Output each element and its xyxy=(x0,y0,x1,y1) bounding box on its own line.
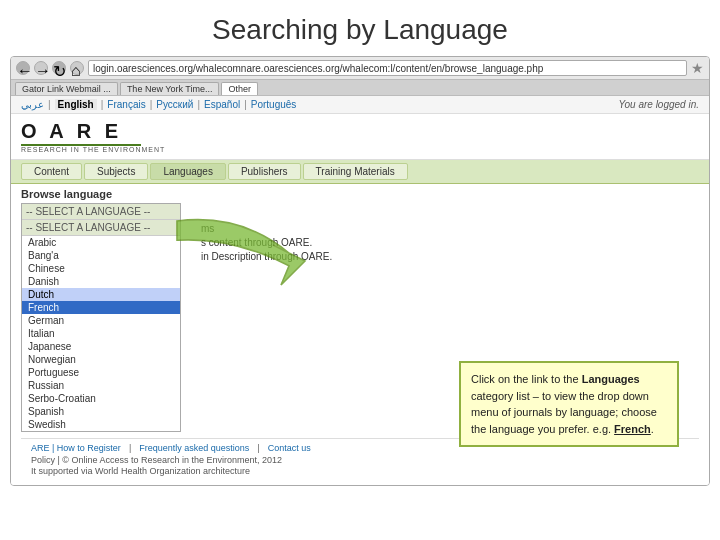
lang-option-banga[interactable]: Bang'a xyxy=(22,249,180,262)
lang-option-dutch[interactable]: Dutch xyxy=(22,288,180,301)
languages-arrow xyxy=(161,203,321,303)
site-header: O A R E RESEARCH IN THE ENVIRONMENT xyxy=(11,114,709,160)
lang-option-german[interactable]: German xyxy=(22,314,180,327)
oare-logo: O A R E RESEARCH IN THE ENVIRONMENT xyxy=(21,120,165,153)
tab-gatorlink[interactable]: Gator Link Webmail ... xyxy=(15,82,118,95)
nav-publishers[interactable]: Publishers xyxy=(228,163,301,180)
lang-links: عربي | English | Français | Русский | Es… xyxy=(21,99,296,110)
lang-sep-5: | xyxy=(244,99,247,110)
nav-subjects[interactable]: Subjects xyxy=(84,163,148,180)
lang-arabic[interactable]: عربي xyxy=(21,99,44,110)
language-bar: عربي | English | Français | Русский | Es… xyxy=(11,96,709,114)
lang-sep-1: | xyxy=(48,99,51,110)
language-dropdown[interactable]: -- SELECT A LANGUAGE -- -- SELECT A LANG… xyxy=(21,203,181,432)
lang-option-norwegian[interactable]: Norwegian xyxy=(22,353,180,366)
callout-box: Click on the link to the Languages categ… xyxy=(459,361,679,447)
lang-sep-3: | xyxy=(150,99,153,110)
lang-option-swedish[interactable]: Swedish xyxy=(22,418,180,431)
lang-option-spanish[interactable]: Spanish xyxy=(22,405,180,418)
footer-link-register[interactable]: ARE | How to Register xyxy=(31,443,121,453)
lang-option-arabic[interactable]: Arabic xyxy=(22,236,180,249)
lang-option-japanese[interactable]: Japanese xyxy=(22,340,180,353)
logged-in-message: You are logged in. xyxy=(618,99,699,110)
nav-training[interactable]: Training Materials xyxy=(303,163,408,180)
lang-option-portuguese[interactable]: Portuguese xyxy=(22,366,180,379)
select-header: -- SELECT A LANGUAGE -- xyxy=(22,204,180,220)
lang-option-serbocroatian[interactable]: Serbo-Croatian xyxy=(22,392,180,405)
logo-text: O A R E xyxy=(21,120,165,143)
lang-option-russian[interactable]: Russian xyxy=(22,379,180,392)
nav-languages[interactable]: Languages xyxy=(150,163,226,180)
lang-portuguese[interactable]: Português xyxy=(251,99,297,110)
callout-text: Click on the link to the Languages categ… xyxy=(471,373,657,435)
address-bar[interactable]: login.oaresciences.org/whalecomnare.oare… xyxy=(88,60,687,76)
browse-section: Browse language -- SELECT A LANGUAGE -- … xyxy=(11,184,709,485)
lang-spanish[interactable]: Español xyxy=(204,99,240,110)
browser-toolbar: ← → ↻ ⌂ login.oaresciences.org/whalecomn… xyxy=(11,57,709,80)
lang-russian[interactable]: Русский xyxy=(156,99,193,110)
bookmark-icon[interactable]: ★ xyxy=(691,60,704,76)
browser-frame: ← → ↻ ⌂ login.oaresciences.org/whalecomn… xyxy=(10,56,710,486)
browser-tabs: Gator Link Webmail ... The New York Time… xyxy=(11,80,709,96)
browse-title: Browse language xyxy=(21,188,699,200)
nav-content[interactable]: Content xyxy=(21,163,82,180)
lang-sep-4: | xyxy=(197,99,200,110)
tab-nytimes[interactable]: The New York Time... xyxy=(120,82,220,95)
footer-sep-1: | xyxy=(129,443,131,453)
lang-english[interactable]: English xyxy=(55,99,97,110)
lang-french[interactable]: Français xyxy=(107,99,145,110)
footer-line-2: It supported via World Health Organizati… xyxy=(31,466,689,476)
home-button[interactable]: ⌂ xyxy=(70,61,84,75)
footer-line-1: Policy | © Online Access to Research in … xyxy=(31,455,689,465)
back-button[interactable]: ← xyxy=(16,61,30,75)
forward-button[interactable]: → xyxy=(34,61,48,75)
footer-link-faq[interactable]: Frequently asked questions xyxy=(139,443,249,453)
page-title: Searching by Language xyxy=(0,0,720,56)
footer-link-contact[interactable]: Contact us xyxy=(268,443,311,453)
browse-inner: -- SELECT A LANGUAGE -- -- SELECT A LANG… xyxy=(21,203,699,432)
lang-option-french[interactable]: French xyxy=(22,301,180,314)
lang-option-italian[interactable]: Italian xyxy=(22,327,180,340)
site-content: عربي | English | Français | Русский | Es… xyxy=(11,96,709,485)
lang-option-chinese[interactable]: Chinese xyxy=(22,262,180,275)
footer-sep-2: | xyxy=(257,443,259,453)
site-nav: Content Subjects Languages Publishers Tr… xyxy=(11,160,709,184)
logo-subtitle: RESEARCH IN THE ENVIRONMENT xyxy=(21,146,165,153)
select-header-2: -- SELECT A LANGUAGE -- xyxy=(22,220,180,236)
refresh-button[interactable]: ↻ xyxy=(52,61,66,75)
tab-other[interactable]: Other xyxy=(221,82,258,95)
lang-sep-2: | xyxy=(101,99,104,110)
lang-option-danish[interactable]: Danish xyxy=(22,275,180,288)
